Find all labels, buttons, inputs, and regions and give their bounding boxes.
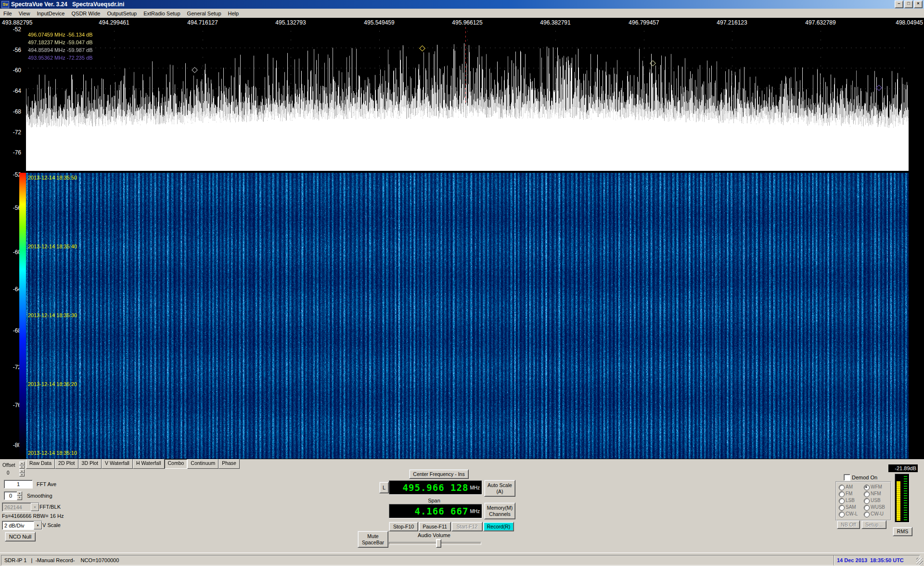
resize-grip[interactable] bbox=[916, 558, 923, 565]
waterfall-timestamp: 2013-12-14 18:35:30 bbox=[28, 312, 77, 318]
menu-item-qsdr-wide[interactable]: QSDR Wide bbox=[68, 10, 103, 17]
tab-2d-plot[interactable]: 2D Plot bbox=[55, 459, 78, 469]
fft-blk-dropdown[interactable]: 262144 ▼ bbox=[2, 502, 39, 512]
tab-continuum[interactable]: Continuum bbox=[187, 459, 218, 469]
radio-sam[interactable] bbox=[839, 505, 845, 511]
tab-v-waterfall[interactable]: V Waterfall bbox=[102, 459, 133, 469]
center-frequency-display[interactable]: 495.966 128 MHz bbox=[389, 480, 482, 495]
meter-bar bbox=[897, 481, 900, 521]
chevron-down-icon[interactable]: ▼ bbox=[34, 521, 42, 529]
window-buttons: – □ × bbox=[895, 0, 924, 8]
v-scale-label: V Scale bbox=[42, 522, 61, 528]
freq-tick-label: 496.382791 bbox=[540, 19, 570, 26]
freq-tick-label: 497.632789 bbox=[805, 19, 835, 26]
minimize-button[interactable]: – bbox=[895, 0, 903, 8]
audio-volume-track[interactable] bbox=[389, 542, 481, 545]
menu-item-extradio-setup[interactable]: ExtRadio Setup bbox=[140, 10, 183, 17]
marker-readout: 494.85894 MHz -59.987 dB bbox=[28, 47, 93, 53]
menu-item-general-setup[interactable]: General Setup bbox=[184, 10, 225, 17]
freq-tick-label: 495.132793 bbox=[275, 19, 306, 26]
span-display[interactable]: 4.166 667 MHz bbox=[389, 504, 482, 518]
radio-nfm-label: NFM bbox=[871, 491, 881, 496]
menu-item-inputdevice[interactable]: InputDevice bbox=[33, 10, 68, 17]
radio-cw-u-label: CW-U bbox=[871, 511, 884, 516]
app-icon: Sv bbox=[1, 1, 9, 8]
freq-tick-label: 495.966125 bbox=[452, 19, 482, 26]
status-left: SDR-IP 1 | -Manual Record- NCO=10700000 bbox=[1, 555, 834, 566]
v-scale-value: 2 dB/Div bbox=[4, 523, 25, 528]
stop-button[interactable]: Stop-F10 bbox=[389, 522, 418, 531]
marker-readout: 493.95362 MHz -72.235 dB bbox=[28, 55, 93, 61]
radio-wusb[interactable] bbox=[864, 505, 870, 511]
spin-down-icon[interactable]: ▾ bbox=[19, 473, 25, 477]
menu-item-file[interactable]: File bbox=[0, 10, 15, 17]
radio-cw-u[interactable] bbox=[864, 512, 870, 517]
close-button[interactable]: × bbox=[914, 0, 923, 8]
radio-cw-l[interactable] bbox=[839, 512, 845, 517]
memory-channels-button[interactable]: Memory(M) Channels bbox=[484, 502, 515, 519]
offset-spinner-2[interactable]: ▴▾ bbox=[19, 469, 25, 476]
waterfall-timestamp: 2013-12-14 18:35:40 bbox=[28, 244, 77, 249]
tab-phase[interactable]: Phase bbox=[218, 459, 240, 469]
tab-h-waterfall[interactable]: H Waterfall bbox=[133, 459, 165, 469]
fft-ave-label: FFT Ave bbox=[37, 481, 56, 487]
tab-3d-plot[interactable]: 3D Plot bbox=[78, 459, 102, 469]
radio-wfm[interactable] bbox=[864, 485, 870, 490]
radio-am[interactable] bbox=[839, 485, 845, 490]
audio-volume-thumb[interactable] bbox=[436, 539, 441, 548]
spin-down-icon[interactable]: ▾ bbox=[19, 465, 25, 469]
spin-up-icon[interactable]: ▴ bbox=[17, 491, 22, 496]
span-label: Span bbox=[389, 498, 479, 503]
spectrum-db-label: -60 bbox=[5, 67, 21, 74]
mute-button[interactable]: Mute SpaceBar bbox=[358, 531, 388, 548]
chevron-down-icon[interactable]: ▼ bbox=[31, 503, 39, 511]
nb-off-button[interactable]: NB Off bbox=[837, 520, 860, 529]
nco-null-button[interactable]: NCO Null bbox=[5, 532, 36, 541]
pause-button[interactable]: Pause-F11 bbox=[419, 522, 451, 531]
smoothing-input[interactable]: 0 bbox=[4, 491, 17, 500]
auto-scale-button[interactable]: Auto Scale (A) bbox=[484, 480, 515, 497]
spin-up-icon[interactable]: ▴ bbox=[19, 462, 25, 465]
radio-usb-label: USB bbox=[871, 498, 881, 503]
marker-readout: 496.07459 MHz -56.134 dB bbox=[28, 32, 93, 38]
span-unit: MHz bbox=[470, 509, 480, 514]
start-button[interactable]: Start-F12 bbox=[451, 522, 483, 531]
frequency-digits[interactable]: 495.966 128 bbox=[403, 482, 469, 493]
waterfall-display[interactable] bbox=[26, 173, 909, 459]
fft-blk-label: FFT/BLK bbox=[39, 504, 61, 510]
center-frequency-button[interactable]: Center Frequency - Ins bbox=[409, 469, 469, 479]
v-scale-dropdown[interactable]: 2 dB/Div ▼ bbox=[2, 521, 42, 530]
menubar: File View InputDevice QSDR Wide OutputSe… bbox=[0, 9, 924, 18]
tab-combo[interactable]: Combo bbox=[165, 459, 188, 469]
demod-on-checkbox[interactable] bbox=[844, 474, 850, 481]
menu-item-view[interactable]: View bbox=[15, 10, 34, 17]
tab-raw-data[interactable]: Raw Data bbox=[26, 459, 55, 469]
maximize-button[interactable]: □ bbox=[904, 0, 913, 8]
view-tabbar: Raw Data 2D Plot 3D Plot V Waterfall H W… bbox=[26, 459, 240, 467]
window-title: SpectraVue Ver. 3.24 SpectraVueqsdr.ini bbox=[11, 1, 124, 8]
radio-wfm-label: WFM bbox=[871, 484, 882, 489]
menu-item-outputsetup[interactable]: OutputSetup bbox=[103, 10, 140, 17]
titlebar[interactable]: Sv SpectraVue Ver. 3.24 SpectraVueqsdr.i… bbox=[0, 0, 924, 9]
freq-tick-label: 493.882795 bbox=[2, 19, 32, 26]
spectrum-db-label: -56 bbox=[5, 47, 21, 53]
waterfall-timestamp: 2013-12-14 18:35:10 bbox=[28, 450, 77, 456]
setup-button[interactable]: Setup... bbox=[861, 520, 886, 529]
control-panel: Raw Data 2D Plot 3D Plot V Waterfall H W… bbox=[0, 459, 924, 553]
menu-item-help[interactable]: Help bbox=[225, 10, 243, 17]
offset-spinner[interactable]: ▴▾ bbox=[19, 462, 25, 469]
radio-fm[interactable] bbox=[839, 491, 845, 497]
radio-nfm[interactable] bbox=[864, 491, 870, 497]
spin-down-icon[interactable]: ▾ bbox=[17, 496, 22, 500]
spin-up-icon[interactable]: ▴ bbox=[19, 469, 25, 473]
rms-button[interactable]: RMS bbox=[893, 527, 912, 536]
span-digits[interactable]: 4.166 667 bbox=[414, 506, 468, 516]
radio-lsb[interactable] bbox=[839, 498, 845, 504]
lock-button[interactable]: L bbox=[379, 482, 389, 493]
fft-ave-input[interactable]: 1 bbox=[4, 480, 33, 489]
spectrum-plot[interactable] bbox=[26, 27, 909, 171]
record-button[interactable]: Record(R) bbox=[483, 522, 514, 531]
display-area: 493.882795 494.299461 494.716127 495.132… bbox=[0, 18, 924, 459]
smoothing-spinner[interactable]: ▴▾ bbox=[17, 491, 22, 500]
radio-usb[interactable] bbox=[864, 498, 870, 504]
